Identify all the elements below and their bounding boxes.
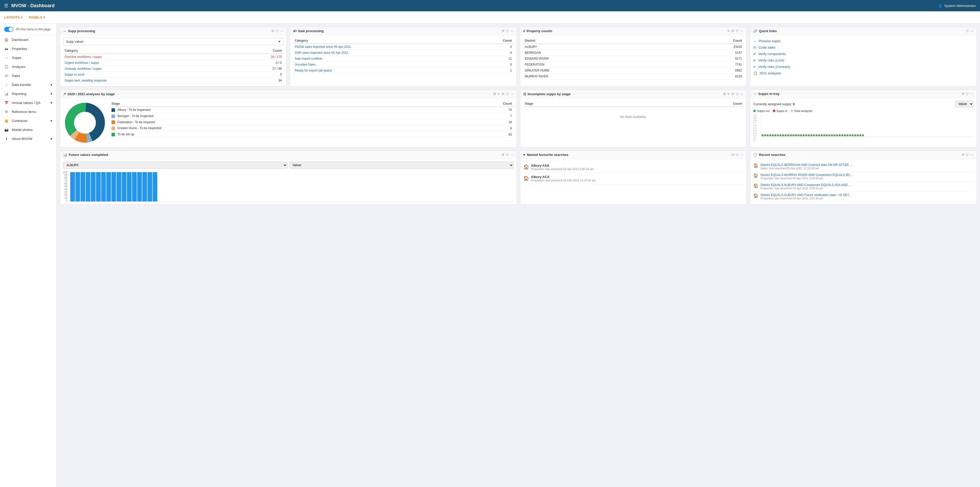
filter-icon[interactable]: ▽ (736, 29, 738, 33)
supp-row-label[interactable]: Unready workflows / supps (63, 66, 231, 72)
quick-link-item[interactable]: ✔Verify risks (LGA) (753, 57, 974, 63)
sidebar-item-reference-items[interactable]: ⚙ Reference items (0, 107, 56, 116)
sidebar-item-sales[interactable]: 🏷 Sales (0, 71, 56, 80)
contractor-icon: 👷 (4, 119, 9, 123)
future-values-district-select[interactable]: ALBURY (63, 162, 287, 169)
filter-icon[interactable]: ▽ (966, 153, 969, 157)
named-search-title[interactable]: Albury ACA (531, 175, 596, 179)
sidebar-item-data-transfer[interactable]: ↕ Data transfer ▾ (0, 80, 56, 89)
quick-link-item[interactable]: 📋2021 analyses (753, 70, 974, 76)
filter-icon[interactable]: ▽ (736, 92, 738, 96)
refresh-icon[interactable]: ⟳ (502, 92, 504, 96)
recent-search-info: District EQUALS ALBURY AND Future verifi… (760, 193, 851, 200)
prop-row-count: 5147 (677, 50, 744, 56)
more-icon[interactable]: ⋯ (510, 92, 514, 96)
more-icon[interactable]: ⋯ (970, 153, 974, 157)
sales-icon: 🏷 (4, 74, 9, 78)
intray-legend-item: Total assigned (791, 109, 812, 113)
sale-row-label[interactable]: Sale import conflicts (293, 56, 476, 62)
intray-valuer-select[interactable]: Valuer (955, 101, 974, 107)
filter-icon[interactable]: ▽ (276, 29, 278, 33)
refresh-icon[interactable]: ⟳ (732, 92, 734, 96)
more-icon[interactable]: ⋯ (510, 153, 514, 157)
more-icon[interactable]: ⋯ (970, 29, 974, 33)
more-icon[interactable]: ⋯ (970, 92, 974, 96)
filter-icon[interactable]: ▽ (966, 29, 969, 33)
filter-icon[interactable]: ▽ (736, 153, 738, 157)
quick-link-item[interactable]: 🏷Code sales (753, 44, 974, 51)
sidebar-item-contractor[interactable]: 👷 Contractor ▾ (0, 116, 56, 125)
edit-icon[interactable]: ✎ (497, 92, 500, 96)
bar (106, 172, 111, 201)
table-row: Uncoded Sales 0 (293, 62, 514, 68)
named-searches-body: 🏠 Albury ASA Properties: last searched 0… (520, 159, 747, 187)
layouts-button[interactable]: LAYOUTS ▾ (4, 16, 23, 19)
incomplete-supps-body: Stage Count No data available. (520, 98, 747, 129)
sale-row-label[interactable]: PNSW sales imported since 05-Apr-2021 (293, 44, 476, 50)
future-values-valuer-select[interactable]: Valuer (290, 162, 514, 169)
sidebar-item-annual-values[interactable]: 📅 Annual values / QA ▾ (0, 98, 56, 107)
pin-menu-toggle[interactable] (4, 27, 13, 32)
sale-processing-header: 🏷 Sale processing ⟳ ▽ ⋯ (290, 27, 517, 35)
recent-search-text[interactable]: District EQUALS MURRAY RIVER AND Compone… (760, 173, 853, 177)
more-icon[interactable]: ⋯ (740, 29, 743, 33)
copy-icon[interactable]: ⧉ (493, 92, 496, 96)
supp-row-label[interactable]: Supps sent, awaiting response (63, 78, 231, 84)
refresh-icon[interactable]: ⟳ (732, 29, 734, 33)
sale-row-label[interactable]: OSR sales imported since 05-Apr-2021 (293, 50, 476, 56)
filter-icon[interactable]: ▽ (506, 29, 509, 33)
named-search-item: 🏠 Albury ACA Properties: last searched 0… (523, 173, 744, 184)
supp-row-label[interactable]: Overdue workflows / supps (63, 54, 231, 60)
refresh-icon[interactable]: ⟳ (502, 29, 504, 33)
sidebar-item-label: Properties (12, 47, 27, 51)
refresh-icon[interactable]: ⟳ (962, 92, 964, 96)
filter-icon[interactable]: ▽ (506, 92, 509, 96)
property-counts-title: # Property counts (523, 29, 552, 33)
hamburger-icon[interactable]: ☰ (4, 3, 8, 8)
refresh-icon[interactable]: ⟳ (732, 153, 734, 157)
supp-row-label[interactable]: Urgent workflows / supps (63, 60, 231, 66)
sidebar-item-reporting[interactable]: 📊 Reporting ▾ (0, 89, 56, 98)
recent-search-text[interactable]: District EQUALS ALBURY AND Future verifi… (760, 193, 851, 197)
data-transfer-icon: ↕ (4, 83, 9, 87)
named-search-title[interactable]: Albury ASA (531, 163, 594, 168)
edit-icon[interactable]: ✎ (727, 92, 730, 96)
sidebar-item-about[interactable]: ℹ About MVOW ▾ (0, 134, 56, 143)
refresh-icon[interactable]: ⟳ (502, 153, 504, 157)
sale-row-label[interactable]: Ready for export (all years) (293, 68, 476, 74)
house-icon: 🏠 (753, 183, 758, 188)
sidebar-item-analyses[interactable]: 📋 Analyses (0, 62, 56, 71)
sidebar-item-supps[interactable]: ↔ Supps (0, 53, 56, 62)
col-count: Count (439, 101, 514, 107)
more-icon[interactable]: ⋯ (510, 29, 514, 33)
legend-label: Total assigned (794, 109, 812, 113)
sidebar-item-dashboard[interactable]: 🏠 Dashboard (0, 35, 56, 44)
filter-icon[interactable]: ▽ (966, 92, 969, 96)
more-icon[interactable]: ⋯ (740, 92, 743, 96)
quick-link-item[interactable]: ↔Process supps (753, 38, 974, 44)
supp-row-label[interactable]: Supps to send (63, 72, 231, 78)
chart-dot (844, 134, 846, 136)
recent-search-text[interactable]: District EQUALS BERRIGAN AND Contract da… (760, 163, 852, 167)
refresh-icon[interactable]: ⟳ (272, 29, 274, 33)
quick-link-item[interactable]: ✔Verify risks (Contract) (753, 63, 974, 70)
chart-dot (797, 134, 800, 136)
edit-icon[interactable]: ✎ (727, 29, 730, 33)
supp-valuer-dropdown[interactable]: Supp valuer (63, 38, 283, 45)
sidebar-item-properties[interactable]: 🏘 Properties (0, 44, 56, 53)
filter-icon[interactable]: ▽ (506, 153, 509, 157)
sale-row-label[interactable]: Uncoded Sales (293, 62, 476, 68)
copy-icon[interactable]: ⧉ (723, 92, 725, 96)
quick-link-item[interactable]: ✔Verify components (753, 51, 974, 57)
more-icon[interactable]: ⋯ (280, 29, 283, 33)
recent-search-text[interactable]: District EQUALS ALBURY AND Component EQU… (760, 183, 851, 187)
dashboard-icon: 🏠 (4, 38, 9, 42)
more-icon[interactable]: ⋯ (740, 153, 743, 157)
bar (127, 172, 132, 201)
panels-button[interactable]: PANELS ▾ (29, 16, 45, 19)
refresh-icon[interactable]: ⟳ (962, 153, 964, 157)
sidebar-item-label: Sales (12, 74, 20, 78)
no-data-message: No data available. (523, 107, 744, 126)
table-row: Albury - To be inspected 74 (110, 107, 514, 113)
sidebar-item-mobile-photos[interactable]: 📷 Mobile photos (0, 125, 56, 134)
